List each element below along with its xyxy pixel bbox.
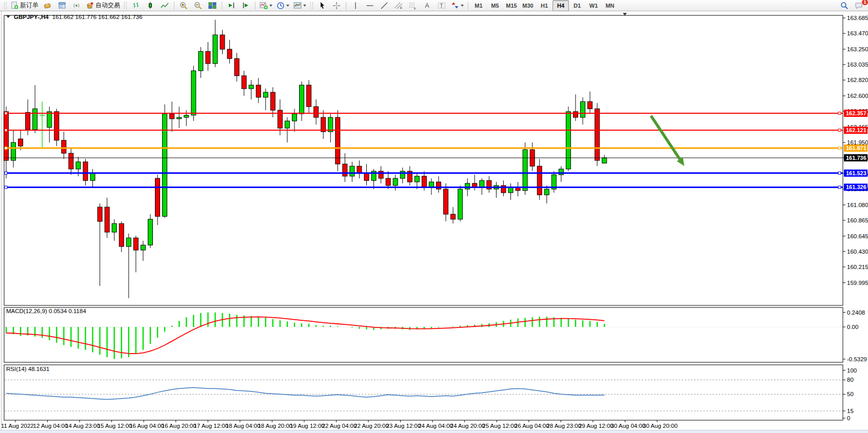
- line-chart-icon: [161, 2, 169, 9]
- candle: [314, 99, 319, 125]
- rsi-axis[interactable]: 1008050150: [843, 367, 857, 421]
- price-level-line[interactable]: 162.357: [5, 110, 867, 117]
- svg-text:11 Aug 2022: 11 Aug 2022: [1, 423, 34, 429]
- svg-text:80: 80: [847, 377, 854, 383]
- equidistant-channel-tool-button[interactable]: E: [391, 0, 406, 11]
- candle: [242, 71, 246, 96]
- data-window-button[interactable]: [55, 0, 69, 11]
- notifications-button[interactable]: 1: [852, 0, 866, 11]
- svg-text:162.820: 162.820: [847, 77, 868, 83]
- timeframe-w1-button[interactable]: W1: [585, 0, 602, 11]
- indicators-button[interactable]: [258, 0, 274, 11]
- timeframe-mn-button[interactable]: MN: [602, 0, 618, 11]
- svg-text:0: 0: [847, 415, 850, 421]
- periods-button[interactable]: [274, 0, 291, 11]
- zoom-in-button[interactable]: [176, 0, 191, 11]
- candle: [444, 183, 448, 221]
- chart-ohlc-quote: 161.662 161.776 161.662 161.736: [52, 14, 143, 20]
- horizontal-line-icon: [366, 2, 374, 9]
- candle: [141, 241, 145, 261]
- svg-text:18 Aug 04:00: 18 Aug 04:00: [226, 423, 261, 429]
- bar-chart-button[interactable]: [129, 0, 143, 11]
- candle: [321, 110, 326, 139]
- candle: [220, 30, 225, 54]
- zoom-in-icon: [180, 2, 188, 10]
- zoom-out-icon: [194, 2, 202, 10]
- svg-text:160.430: 160.430: [847, 249, 868, 255]
- trend-arrow-annotation[interactable]: [651, 116, 684, 166]
- zoom-out-button[interactable]: [191, 0, 205, 11]
- svg-text:161.871: 161.871: [846, 145, 866, 151]
- price-level-line[interactable]: 161.523: [5, 170, 867, 177]
- candle: [40, 101, 45, 148]
- candle: [307, 80, 311, 114]
- timeframe-h1-button[interactable]: H1: [536, 0, 553, 11]
- autotrading-button[interactable]: 自动交易: [84, 0, 122, 11]
- svg-text:163.470: 163.470: [847, 30, 868, 36]
- candle: [33, 85, 37, 133]
- svg-text:A: A: [425, 2, 429, 9]
- chart-title: GBPJPY-,H4 161.662 161.776 161.662 161.7…: [6, 13, 143, 20]
- time-axis[interactable]: 11 Aug 202212 Aug 04:0014 Aug 23:0015 Au…: [1, 420, 678, 429]
- candle: [69, 148, 73, 175]
- candle: [508, 183, 513, 200]
- macd-axis[interactable]: 0.24080.00-0.5329: [843, 310, 867, 362]
- timeframe-m5-button[interactable]: M5: [487, 0, 503, 11]
- templates-button[interactable]: [291, 0, 308, 11]
- line-chart-button[interactable]: [157, 0, 172, 11]
- candle: [393, 175, 398, 191]
- candle: [371, 169, 376, 189]
- text-label-tool-button[interactable]: T: [435, 0, 449, 11]
- candle: [97, 203, 102, 286]
- vertical-line-icon: [352, 2, 359, 10]
- svg-text:19 Aug 12:00: 19 Aug 12:00: [290, 423, 325, 429]
- svg-text:163.250: 163.250: [847, 46, 868, 52]
- svg-text:163.685: 163.685: [847, 15, 868, 21]
- new-order-button[interactable]: 新订单: [9, 0, 41, 11]
- dropdown-caret-icon: [461, 5, 464, 8]
- timeframe-m15-button[interactable]: M15: [503, 0, 520, 11]
- price-level-line[interactable]: 161.871: [5, 145, 867, 152]
- crosshair-tool-button[interactable]: [329, 0, 344, 11]
- timeframe-m30-button[interactable]: M30: [520, 0, 536, 11]
- chart-shift-button[interactable]: [239, 0, 253, 11]
- cursor-tool-button[interactable]: [315, 0, 329, 11]
- vertical-line-tool-button[interactable]: [348, 0, 363, 11]
- search-button[interactable]: [837, 0, 852, 11]
- price-level-line[interactable]: 162.121: [5, 127, 867, 134]
- text-tool-button[interactable]: A: [420, 0, 435, 11]
- chart-canvas[interactable]: 163.685163.470163.250163.035162.820162.6…: [0, 0, 868, 433]
- timeframe-d1-button[interactable]: D1: [569, 0, 585, 11]
- candlestick-chart-button[interactable]: [143, 0, 157, 11]
- chart-dropdown-icon[interactable]: [6, 15, 10, 20]
- macd-pane: [4, 307, 843, 362]
- horizontal-line-tool-button[interactable]: [363, 0, 377, 11]
- timeframe-h4-button[interactable]: H4: [553, 0, 569, 11]
- market-depth-button[interactable]: [41, 0, 55, 11]
- candle: [199, 47, 203, 78]
- rsi-label: RSI(14) 48.1631: [6, 366, 49, 372]
- arrows-tool-button[interactable]: [449, 0, 466, 11]
- trendline-tool-button[interactable]: [377, 0, 391, 11]
- toolbar-grip[interactable]: [124, 2, 127, 9]
- tile-windows-button[interactable]: [205, 0, 220, 11]
- toolbar-grip[interactable]: [310, 2, 313, 9]
- data-window-icon: [58, 2, 66, 9]
- candle: [213, 20, 218, 67]
- auto-scroll-button[interactable]: [224, 0, 239, 11]
- timeframe-m1-button[interactable]: M1: [470, 0, 487, 11]
- signals-button[interactable]: [69, 0, 84, 11]
- text-label-icon: T: [438, 2, 446, 9]
- auto-scroll-icon: [227, 2, 235, 9]
- toolbar-separator: [468, 2, 468, 10]
- candle: [559, 166, 563, 182]
- candle: [551, 171, 556, 193]
- current-price-line[interactable]: 161.736: [5, 154, 867, 161]
- autotrading-label: 自动交易: [95, 1, 120, 10]
- candle: [11, 130, 16, 168]
- svg-text:0.2408: 0.2408: [847, 310, 865, 316]
- toolbar-grip[interactable]: [4, 2, 7, 9]
- fibonacci-tool-button[interactable]: F: [406, 0, 420, 11]
- svg-text:12 Aug 04:00: 12 Aug 04:00: [33, 423, 68, 429]
- candle: [573, 94, 578, 121]
